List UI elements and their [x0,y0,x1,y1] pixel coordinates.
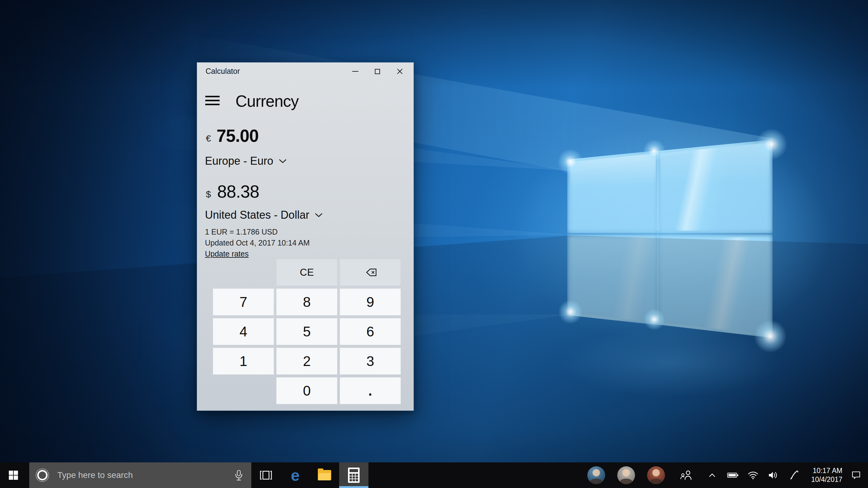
task-view-icon [260,470,272,480]
from-currency-selector[interactable]: Europe - Euro [205,155,287,167]
desktop: Calculator Currency [0,0,868,488]
to-value[interactable]: 88.38 [217,181,259,202]
minimize-button[interactable] [344,63,366,80]
task-view-button[interactable] [251,462,281,488]
hamburger-icon [205,100,220,101]
edge-icon: e [291,467,300,483]
chevron-down-icon [315,213,323,217]
from-currency-label: Europe - Euro [205,155,273,167]
digit-0-button[interactable]: 0 [276,377,337,404]
window-controls [344,63,411,80]
taskbar: e [0,462,868,488]
window-title: Calculator [206,67,240,75]
title-bar[interactable]: Calculator [197,63,413,80]
volume-button[interactable] [763,462,783,488]
wifi-button[interactable] [743,462,763,488]
edge-button[interactable]: e [281,462,310,488]
contact-avatar [617,466,635,484]
wallpaper-vignette [0,0,868,488]
clock-date: 10/4/2017 [811,475,842,484]
people-contact-3[interactable] [641,462,671,488]
keypad: CE 7 8 9 4 5 6 1 2 3 0 . [213,259,401,404]
system-tray: 10:17 AM 10/4/2017 [581,462,868,488]
calculator-window: Calculator Currency [197,62,414,411]
digit-9-button[interactable]: 9 [340,288,401,315]
calculator-icon [348,467,360,483]
contact-avatar [647,466,665,484]
desktop-wallpaper [0,0,868,488]
menu-button[interactable] [205,96,220,105]
digit-6-button[interactable]: 6 [340,318,401,345]
active-app-underline [339,486,368,488]
rate-updated-timestamp: Updated Oct 4, 2017 10:14 AM [205,239,310,247]
cortana-circle-icon [37,470,48,480]
digit-7-button[interactable]: 7 [213,288,274,315]
minimize-icon [352,71,359,72]
hamburger-icon [205,104,220,105]
mic-icon[interactable] [235,470,243,481]
people-contact-2[interactable] [611,462,641,488]
update-rates-link[interactable]: Update rates [205,249,249,258]
taskbar-search[interactable] [29,462,251,488]
battery-button[interactable] [723,462,743,488]
backspace-button[interactable] [340,259,401,286]
action-center-icon [851,470,861,480]
maximize-button[interactable] [366,63,389,80]
digit-1-button[interactable]: 1 [213,348,274,374]
pen-icon [789,470,799,480]
tray-expand-button[interactable] [702,462,723,488]
digit-3-button[interactable]: 3 [340,348,401,374]
from-currency-symbol: € [206,133,211,144]
file-explorer-button[interactable] [310,462,339,488]
to-currency-selector[interactable]: United States - Dollar [205,209,323,221]
search-input[interactable] [57,462,222,488]
wifi-icon [747,471,758,480]
people-icon [680,470,692,480]
hamburger-icon [205,96,220,97]
exchange-rate: 1 EUR = 1.1786 USD [205,227,278,236]
chevron-up-icon [709,473,716,477]
folder-icon [318,470,331,480]
to-currency-label: United States - Dollar [205,209,309,221]
digit-2-button[interactable]: 2 [276,348,337,374]
clear-entry-button[interactable]: CE [276,259,337,286]
digit-5-button[interactable]: 5 [276,318,337,345]
digit-4-button[interactable]: 4 [213,318,274,345]
decimal-button[interactable]: . [340,377,401,404]
clock-time: 10:17 AM [813,466,842,475]
page-title: Currency [236,92,299,111]
windows-ink-button[interactable] [783,462,805,488]
maximize-icon [375,69,380,74]
volume-icon [768,471,778,480]
to-currency-symbol: $ [206,189,211,200]
contact-avatar [587,466,605,484]
people-button[interactable] [671,462,702,488]
action-center-button[interactable] [844,462,868,488]
chevron-down-icon [279,159,287,163]
clock[interactable]: 10:17 AM 10/4/2017 [805,462,844,488]
close-icon [397,68,403,75]
calculator-app-button[interactable] [339,462,368,488]
windows-logo-icon [9,470,18,480]
close-button[interactable] [389,63,411,80]
digit-8-button[interactable]: 8 [276,288,337,315]
taskbar-app-icons: e [251,462,368,488]
battery-icon [727,472,739,478]
from-value[interactable]: 75.00 [217,126,259,146]
keypad-spacer [213,259,274,286]
start-button[interactable] [0,462,27,488]
backspace-icon [363,268,378,277]
keypad-spacer [213,377,274,404]
people-contact-1[interactable] [581,462,611,488]
